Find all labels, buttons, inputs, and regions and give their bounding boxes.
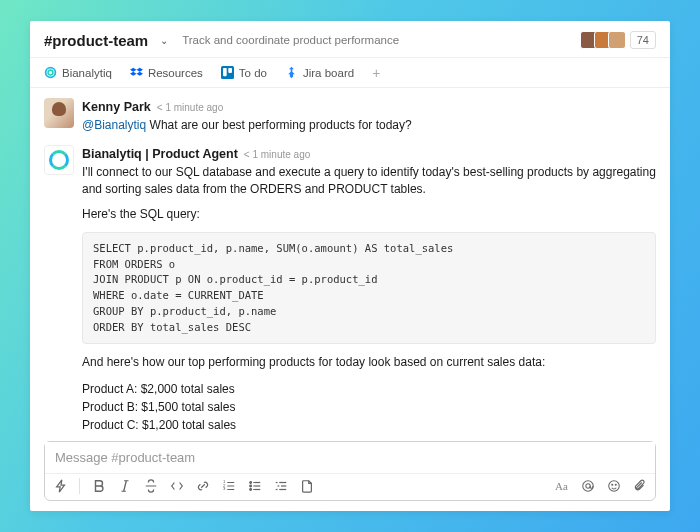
tab-label: Bianalytiq [62,67,112,79]
message-timestamp: < 1 minute ago [157,101,223,116]
svg-point-18 [249,485,251,487]
lightning-icon[interactable] [53,479,68,494]
composer-toolbar: 123 Aa [45,473,655,500]
tab-label: Jira board [303,67,354,79]
svg-rect-3 [223,68,227,76]
svg-line-7 [123,481,126,492]
mention-icon[interactable] [580,479,595,494]
message-input[interactable] [45,442,655,473]
message: Bianalytiq | Product Agent < 1 minute ag… [44,145,656,434]
channel-name[interactable]: #product-team [44,32,148,49]
bullet-list-icon[interactable] [247,479,262,494]
message-body: Bianalytiq | Product Agent < 1 minute ag… [82,145,656,434]
message-author[interactable]: Kenny Park [82,98,151,116]
svg-point-30 [615,484,616,485]
avatar[interactable] [44,98,74,128]
code-icon[interactable] [169,479,184,494]
results-label: And here's how our top performing produc… [82,354,656,371]
svg-point-29 [611,484,612,485]
channel-header: #product-team ⌄ Track and coordinate pro… [30,21,670,58]
link-icon[interactable] [195,479,210,494]
format-icon[interactable]: Aa [554,479,569,494]
svg-point-19 [249,489,251,491]
message-text: I'll connect to our SQL database and exe… [82,164,656,199]
svg-text:3: 3 [222,486,225,491]
svg-point-26 [582,481,593,492]
tab-label: To do [239,67,267,79]
message-timestamp: < 1 minute ago [244,148,310,163]
composer: 123 Aa [44,441,656,501]
sql-label: Here's the SQL query: [82,206,656,223]
tab-todo[interactable]: To do [221,66,267,79]
jira-icon [285,66,298,79]
channel-topic: Track and coordinate product performance [182,34,574,46]
slack-window: #product-team ⌄ Track and coordinate pro… [30,21,670,511]
channel-tabs: Bianalytiq Resources To do Jira board + [30,58,670,88]
channel-members[interactable]: 74 [584,31,656,49]
code-block: SELECT p.product_id, p.name, SUM(o.amoun… [82,232,656,345]
svg-point-27 [585,484,589,488]
message-author[interactable]: Bianalytiq | Product Agent [82,145,238,163]
strikethrough-icon[interactable] [143,479,158,494]
attachment-icon[interactable] [632,479,647,494]
svg-point-0 [46,68,56,78]
emoji-icon[interactable] [606,479,621,494]
trello-icon [221,66,234,79]
divider [79,478,80,494]
svg-rect-2 [221,66,234,79]
avatar [608,31,626,49]
svg-point-17 [249,482,251,484]
member-avatars [584,31,626,49]
italic-icon[interactable] [117,479,132,494]
svg-point-28 [608,481,619,492]
tab-jira[interactable]: Jira board [285,66,354,79]
dropbox-icon [130,66,143,79]
bianalytiq-logo-icon [49,150,69,170]
list-item: Product C: $1,200 total sales [82,416,656,434]
add-tab-button[interactable]: + [372,65,380,81]
tab-resources[interactable]: Resources [130,66,203,79]
svg-rect-4 [228,68,232,73]
indent-list-icon[interactable] [273,479,288,494]
tab-bianalytiq[interactable]: Bianalytiq [44,66,112,79]
composer-area: 123 Aa [30,435,670,511]
member-count: 74 [630,31,656,49]
svg-point-1 [48,70,53,75]
ordered-list-icon[interactable]: 123 [221,479,236,494]
bold-icon[interactable] [91,479,106,494]
tab-label: Resources [148,67,203,79]
circle-icon [44,66,57,79]
list-item: Product A: $2,000 total sales [82,380,656,398]
message: Kenny Park < 1 minute ago @Bianalytiq Wh… [44,98,656,135]
message-text: @Bianalytiq What are our best performing… [82,117,656,134]
message-text-content: What are our best performing products fo… [150,118,412,132]
chevron-down-icon[interactable]: ⌄ [160,35,168,46]
list-item: Product B: $1,500 total sales [82,398,656,416]
message-body: Kenny Park < 1 minute ago @Bianalytiq Wh… [82,98,656,135]
avatar[interactable] [44,145,74,175]
results-list: Product A: $2,000 total sales Product B:… [82,380,656,434]
message-list: Kenny Park < 1 minute ago @Bianalytiq Wh… [30,88,670,435]
mention[interactable]: @Bianalytiq [82,118,146,132]
file-icon[interactable] [299,479,314,494]
